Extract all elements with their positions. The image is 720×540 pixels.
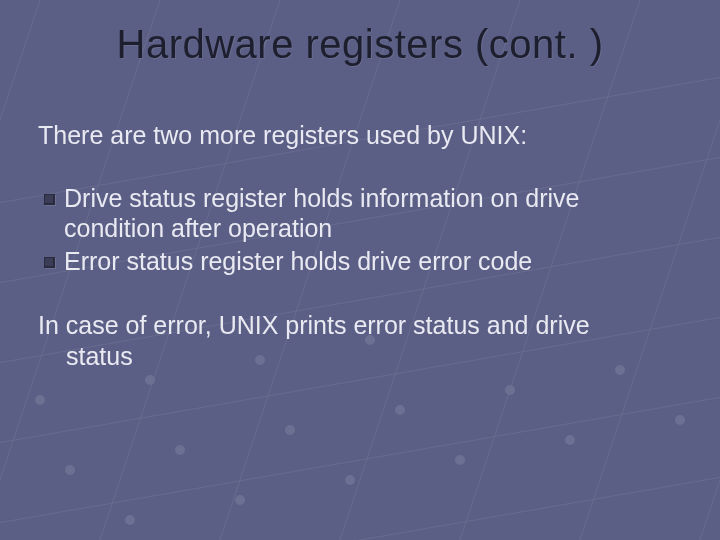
svg-point-16 (175, 445, 185, 455)
svg-point-26 (235, 495, 245, 505)
svg-point-27 (345, 475, 355, 485)
bullet-text: Drive status register holds information … (64, 184, 580, 243)
svg-point-30 (675, 415, 685, 425)
svg-point-18 (395, 405, 405, 415)
svg-point-28 (455, 455, 465, 465)
intro-text: There are two more registers used by UNI… (38, 120, 682, 151)
svg-line-7 (0, 0, 40, 540)
svg-point-19 (505, 385, 515, 395)
svg-point-29 (565, 435, 575, 445)
svg-point-17 (285, 425, 295, 435)
bullet-text: Error status register holds drive error … (64, 247, 532, 275)
svg-point-22 (145, 375, 155, 385)
slide-title: Hardware registers (cont. ) (0, 22, 720, 67)
svg-line-5 (0, 460, 720, 540)
svg-point-25 (125, 515, 135, 525)
slide-body: There are two more registers used by UNI… (38, 120, 682, 371)
list-item: Error status register holds drive error … (38, 246, 682, 277)
closing-line-2: status (38, 341, 682, 372)
list-item: Drive status register holds information … (38, 183, 682, 244)
slide: Hardware registers (cont. ) There are tw… (0, 0, 720, 540)
bullet-list: Drive status register holds information … (38, 183, 682, 277)
closing-text: In case of error, UNIX prints error stat… (38, 310, 682, 371)
svg-line-4 (0, 380, 720, 540)
svg-line-14 (680, 0, 720, 540)
svg-point-21 (35, 395, 45, 405)
closing-line-1: In case of error, UNIX prints error stat… (38, 311, 590, 339)
svg-point-15 (65, 465, 75, 475)
